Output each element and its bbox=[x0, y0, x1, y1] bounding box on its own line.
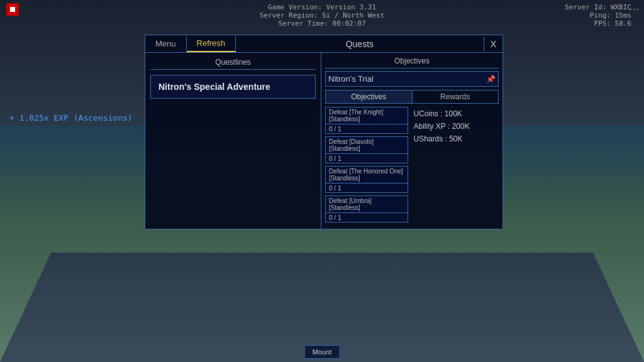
objectives-tab[interactable]: Objectives bbox=[326, 90, 413, 103]
dialog-title: Quests bbox=[236, 36, 484, 52]
questlines-panel: Questlines Nitron's Special Adventure bbox=[145, 53, 321, 229]
exp-display: + 1.025x EXP (Ascensions) bbox=[9, 113, 133, 123]
obj-rewards-tabs: Objectives Rewards bbox=[325, 90, 499, 104]
objectives-header: Objectives bbox=[325, 57, 499, 69]
task-3: Defeat [The Honored One] [Standless] 0 /… bbox=[325, 166, 408, 193]
menu-tab[interactable]: Menu bbox=[145, 36, 187, 52]
game-version: Game Version: Version 3.31 bbox=[268, 3, 376, 11]
task-2-progress: 0 / 1 bbox=[325, 153, 408, 163]
task-4-label: Defeat [Umbra] [Standless] bbox=[325, 195, 408, 212]
exp-ascensions: (Ascensions) bbox=[74, 113, 133, 123]
dots-menu-button[interactable]: ⋯ bbox=[629, 3, 639, 15]
refresh-tab[interactable]: Refresh bbox=[187, 35, 236, 52]
reward-ability-xp: Ability XP : 200K bbox=[414, 122, 497, 131]
quest-name-bar: Nitron's Trial 📌 bbox=[325, 71, 499, 87]
server-info: Game Version: Version 3.31 Server Region… bbox=[260, 3, 385, 28]
questlines-header: Questlines bbox=[150, 58, 316, 70]
task-2: Defeat [Diavolo] [Standless] 0 / 1 bbox=[325, 136, 408, 163]
server-region: Server Region: Si / North West bbox=[260, 11, 385, 19]
server-id: Server Id: WXBIC bbox=[565, 3, 631, 11]
pin-icon[interactable]: 📌 bbox=[486, 75, 496, 84]
obj-content: Defeat [The Knight] [Standless] 0 / 1 De… bbox=[325, 107, 499, 225]
hud-top: Game Version: Version 3.31 Server Region… bbox=[0, 3, 644, 28]
rewards-tab[interactable]: Rewards bbox=[413, 90, 499, 103]
task-3-progress: 0 / 1 bbox=[325, 183, 408, 193]
objectives-panel: Objectives Nitron's Trial 📌 Objectives R… bbox=[321, 53, 502, 229]
hud-right: Server Id: WXBIC Ping: 15ms FPS: 58.6 bbox=[565, 3, 631, 28]
mount-button[interactable]: Mount bbox=[304, 345, 340, 359]
task-4: Defeat [Umbra] [Standless] 0 / 1 bbox=[325, 195, 408, 222]
quest-trial-name: Nitron's Trial bbox=[328, 74, 374, 84]
task-4-progress: 0 / 1 bbox=[325, 212, 408, 222]
task-1-label: Defeat [The Knight] [Standless] bbox=[325, 107, 408, 124]
rewards-list: UCoins : 100K Ability XP : 200K UShards … bbox=[411, 107, 499, 225]
ping: Ping: 15ms bbox=[565, 11, 631, 19]
close-button[interactable]: X bbox=[484, 36, 502, 52]
task-3-label: Defeat [The Honored One] [Standless] bbox=[325, 166, 408, 183]
reward-ushards: UShards : 50K bbox=[414, 134, 497, 143]
quest-item[interactable]: Nitron's Special Adventure bbox=[150, 75, 316, 99]
fps: FPS: 58.6 bbox=[565, 19, 631, 28]
server-time: Server Time: 00:02:07 bbox=[278, 19, 365, 28]
reward-ucoins: UCoins : 100K bbox=[414, 109, 497, 118]
task-2-label: Defeat [Diavolo] [Standless] bbox=[325, 136, 408, 153]
dialog-body: Questlines Nitron's Special Adventure Ob… bbox=[145, 53, 502, 229]
exp-multiplier: + 1.025x EXP bbox=[9, 113, 74, 123]
dialog-header: Menu Refresh Quests X bbox=[145, 35, 502, 53]
tasks-list: Defeat [The Knight] [Standless] 0 / 1 De… bbox=[325, 107, 408, 225]
task-1-progress: 0 / 1 bbox=[325, 124, 408, 134]
task-1: Defeat [The Knight] [Standless] 0 / 1 bbox=[325, 107, 408, 134]
quests-dialog: Menu Refresh Quests X Questlines Nitron'… bbox=[145, 35, 503, 229]
